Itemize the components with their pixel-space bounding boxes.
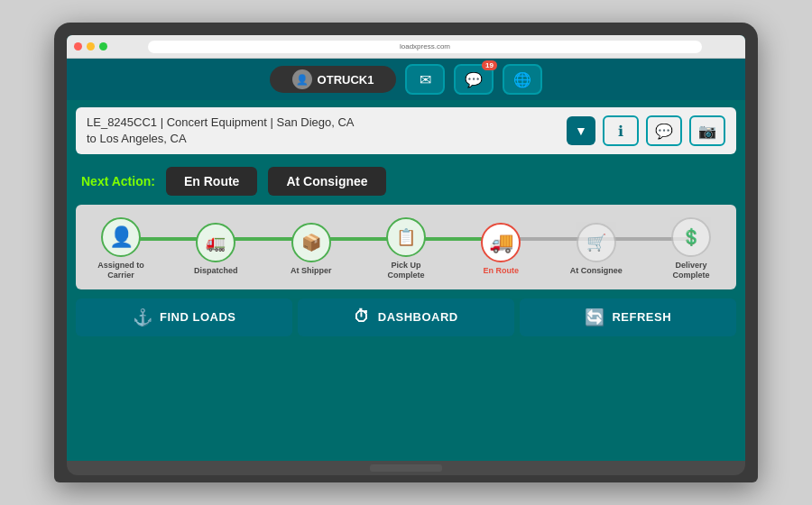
step-label-shipper: At Shipper xyxy=(291,266,332,276)
chat-icon: 💬 xyxy=(655,123,673,140)
at-consignee-button[interactable]: At Consignee xyxy=(268,167,385,196)
step-label-consignee: At Consignee xyxy=(570,266,623,276)
step-enroute: 🚚 En Route xyxy=(474,223,528,276)
screen: loadxpress.com 👤 OTRUCK1 ✉ 💬 19 🌐 xyxy=(67,35,745,461)
step-assigned: 👤 Assigned toCarrier xyxy=(94,217,148,280)
find-loads-button[interactable]: ⚓ FIND LOADS xyxy=(76,298,292,336)
tracker-steps: 👤 Assigned toCarrier 🚛 Dispatched 📦 At S… xyxy=(85,217,727,280)
step-consignee: 🛒 At Consignee xyxy=(569,223,623,276)
step-icon-consignee: 🛒 xyxy=(577,223,616,262)
refresh-icon: 🔄 xyxy=(585,308,605,327)
step-icon-delivery: 💲 xyxy=(671,217,711,257)
step-icon-dispatched: 🚛 xyxy=(196,223,235,262)
minimize-dot[interactable] xyxy=(87,42,95,50)
trackpad[interactable] xyxy=(370,464,442,472)
step-icon-enroute: 🚚 xyxy=(481,223,521,262)
step-label-assigned: Assigned toCarrier xyxy=(97,261,144,280)
envelope-icon: ✉ xyxy=(420,71,431,88)
step-label-pickup: Pick UpComplete xyxy=(387,261,424,280)
step-delivery: 💲 DeliveryComplete xyxy=(664,217,718,280)
step-label-enroute: En Route xyxy=(484,266,520,276)
browser-bar: loadxpress.com xyxy=(67,35,745,59)
chat-button[interactable]: 💬 xyxy=(646,115,682,146)
camera-button[interactable]: 📷 xyxy=(689,115,725,146)
username-label: OTRUCK1 xyxy=(318,73,374,87)
laptop-frame: loadxpress.com 👤 OTRUCK1 ✉ 💬 19 🌐 xyxy=(54,23,758,482)
load-line2: to Los Angeles, CA xyxy=(87,132,187,145)
messages-button[interactable]: ✉ xyxy=(405,64,445,95)
step-icon-pickup: 📋 xyxy=(386,217,426,257)
step-pickup: 📋 Pick UpComplete xyxy=(379,217,433,280)
info-button[interactable]: ℹ xyxy=(603,115,639,146)
top-bar: 👤 OTRUCK1 ✉ 💬 19 🌐 xyxy=(67,59,745,100)
progress-tracker: 👤 Assigned toCarrier 🚛 Dispatched 📦 At S… xyxy=(76,205,736,289)
notifications-button[interactable]: 💬 19 xyxy=(454,64,494,95)
chevron-down-icon: ▼ xyxy=(575,124,587,138)
globe-icon: 🌐 xyxy=(513,71,531,88)
bottom-buttons: ⚓ FIND LOADS ⏱ DASHBOARD 🔄 REFRESH xyxy=(67,293,745,344)
dashboard-button[interactable]: ⏱ DASHBOARD xyxy=(298,298,514,336)
url-text: loadxpress.com xyxy=(400,42,450,50)
maximize-dot[interactable] xyxy=(99,42,107,50)
dropdown-button[interactable]: ▼ xyxy=(567,116,595,145)
load-line1: LE_8245CC1 | Concert Equipment | San Die… xyxy=(87,115,355,129)
next-action-row: Next Action: En Route At Consignee xyxy=(67,161,745,201)
step-icon-shipper: 📦 xyxy=(291,223,331,262)
notification-badge: 19 xyxy=(482,60,497,70)
dashboard-label: DASHBOARD xyxy=(378,310,458,324)
step-shipper: 📦 At Shipper xyxy=(284,223,338,276)
app-content: 👤 OTRUCK1 ✉ 💬 19 🌐 LE_8245CC1 | Concert … xyxy=(67,59,745,461)
load-info-bar: LE_8245CC1 | Concert Equipment | San Die… xyxy=(76,107,736,154)
load-info-text: LE_8245CC1 | Concert Equipment | San Die… xyxy=(87,115,559,147)
refresh-label: REFRESH xyxy=(612,310,671,324)
find-loads-label: FIND LOADS xyxy=(160,310,235,324)
laptop-base xyxy=(67,461,745,475)
step-label-dispatched: Dispatched xyxy=(194,266,238,276)
step-dispatched: 🚛 Dispatched xyxy=(189,223,243,276)
anchor-icon: ⚓ xyxy=(133,308,153,327)
globe-button[interactable]: 🌐 xyxy=(503,64,542,95)
refresh-button[interactable]: 🔄 REFRESH xyxy=(520,298,736,336)
info-icon: ℹ xyxy=(618,123,623,140)
avatar: 👤 xyxy=(292,69,312,89)
speedometer-icon: ⏱ xyxy=(354,308,371,326)
step-icon-assigned: 👤 xyxy=(101,217,141,257)
camera-icon: 📷 xyxy=(698,123,716,140)
close-dot[interactable] xyxy=(74,42,82,50)
user-badge[interactable]: 👤 OTRUCK1 xyxy=(270,66,396,93)
url-bar[interactable]: loadxpress.com xyxy=(148,41,702,53)
next-action-label: Next Action: xyxy=(81,174,155,188)
en-route-button[interactable]: En Route xyxy=(166,167,257,196)
bell-icon: 💬 xyxy=(465,71,483,88)
step-label-delivery: DeliveryComplete xyxy=(672,261,709,280)
